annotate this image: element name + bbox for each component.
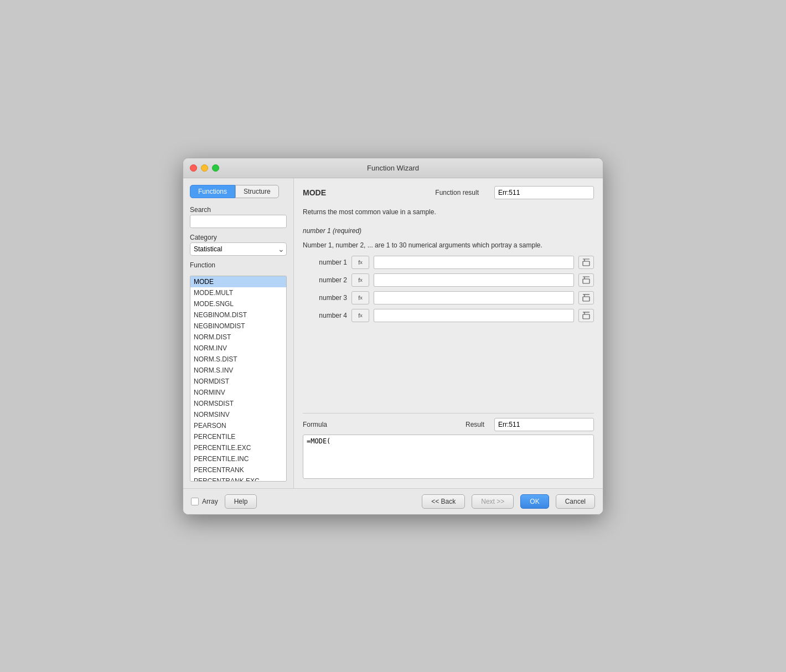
formula-top-row: Formula Result <box>303 418 594 431</box>
minimize-button[interactable] <box>201 164 208 172</box>
function-item[interactable]: NORM.INV <box>190 343 286 354</box>
function-list-container: MODE MODE.MULT MODE.SNGL NEGBINOM.DIST N… <box>190 276 287 482</box>
arg-row-3: number 3 fx <box>303 291 594 304</box>
arg-input-2[interactable] <box>374 273 574 287</box>
arg-row-2: number 2 fx <box>303 273 594 287</box>
search-section: Search <box>190 206 287 228</box>
formula-textarea[interactable]: =MODE( <box>303 435 594 479</box>
function-list-label: Function <box>190 261 287 269</box>
function-item[interactable]: NORMDIST <box>190 376 286 387</box>
tab-row: Functions Structure <box>190 185 287 198</box>
function-item[interactable]: MODE.SNGL <box>190 298 286 309</box>
close-button[interactable] <box>190 164 197 172</box>
shrink-button-2[interactable] <box>578 273 594 287</box>
dialog-body: Functions Structure Search Category Stat… <box>183 178 603 488</box>
bottom-bar: Array Help << Back Next >> OK Cancel <box>183 488 603 514</box>
shrink-button-1[interactable] <box>578 256 594 269</box>
function-item[interactable]: PEARSON <box>190 420 286 431</box>
category-select-wrapper: Statistical All Database Date&Time Finan… <box>190 242 287 256</box>
function-name: MODE <box>303 188 347 197</box>
function-list: MODE MODE.MULT MODE.SNGL NEGBINOM.DIST N… <box>190 276 286 481</box>
function-item[interactable]: NORMSDIST <box>190 398 286 409</box>
cancel-button[interactable]: Cancel <box>556 494 595 509</box>
shrink-button-3[interactable] <box>578 291 594 304</box>
left-panel: Functions Structure Search Category Stat… <box>183 178 294 488</box>
category-label: Category <box>190 234 287 241</box>
args-area: number 1 fx number 2 fx <box>303 256 594 407</box>
function-result-label: Function result <box>435 189 479 197</box>
ok-button[interactable]: OK <box>520 494 549 509</box>
result-label: Result <box>466 421 484 428</box>
function-description: Returns the most common value in a sampl… <box>303 205 594 219</box>
function-item[interactable]: PERCENTILE <box>190 431 286 442</box>
help-button[interactable]: Help <box>225 494 257 509</box>
function-item[interactable]: NORM.S.DIST <box>190 354 286 365</box>
function-item[interactable]: NORM.S.INV <box>190 365 286 376</box>
svg-rect-6 <box>583 297 590 301</box>
tab-structure[interactable]: Structure <box>235 185 279 198</box>
formula-section: Formula Result =MODE( <box>303 413 594 480</box>
function-result-input <box>494 186 594 199</box>
arg-input-4[interactable] <box>374 309 574 322</box>
arg-row-1: number 1 fx <box>303 256 594 269</box>
arg-label-1: number 1 <box>303 259 347 266</box>
function-item[interactable]: NORMINV <box>190 387 286 398</box>
tab-functions[interactable]: Functions <box>190 185 235 198</box>
next-button[interactable]: Next >> <box>472 494 514 509</box>
title-bar: Function Wizard <box>183 158 603 178</box>
arg-label-3: number 3 <box>303 294 347 302</box>
fx-button-3[interactable]: fx <box>351 291 369 304</box>
back-button[interactable]: << Back <box>422 494 465 509</box>
formula-label: Formula <box>303 421 336 428</box>
array-wrapper: Array <box>191 498 218 505</box>
shrink-button-4[interactable] <box>578 309 594 322</box>
array-checkbox[interactable] <box>191 498 199 505</box>
function-header-row: MODE Function result <box>303 186 594 199</box>
function-item[interactable]: PERCENTILE.EXC <box>190 442 286 453</box>
param-label: number 1 (required) <box>303 227 594 235</box>
category-select[interactable]: Statistical All Database Date&Time Finan… <box>190 242 287 256</box>
function-item[interactable]: PERCENTRANK <box>190 464 286 475</box>
maximize-button[interactable] <box>212 164 219 172</box>
arg-input-3[interactable] <box>374 291 574 304</box>
param-description: Number 1, number 2, ... are 1 to 30 nume… <box>303 240 594 250</box>
arg-label-2: number 2 <box>303 276 347 284</box>
function-item[interactable]: PERCENTILE.INC <box>190 453 286 464</box>
svg-rect-9 <box>583 314 590 319</box>
right-panel: MODE Function result Returns the most co… <box>294 178 603 488</box>
arg-row-4: number 4 fx <box>303 309 594 322</box>
function-item[interactable]: PERCENTRANK.EXC <box>190 475 286 481</box>
function-item[interactable]: NEGBINOMDIST <box>190 321 286 332</box>
function-wizard-dialog: Function Wizard Functions Structure Sear… <box>183 158 603 515</box>
search-input[interactable] <box>190 215 287 228</box>
fx-button-4[interactable]: fx <box>351 309 369 322</box>
category-section: Category Statistical All Database Date&T… <box>190 234 287 256</box>
function-item[interactable]: MODE <box>190 276 286 287</box>
function-item[interactable]: NORM.DIST <box>190 332 286 343</box>
svg-rect-3 <box>583 279 590 283</box>
traffic-lights <box>190 164 219 172</box>
arg-label-4: number 4 <box>303 312 347 319</box>
arg-input-1[interactable] <box>374 256 574 269</box>
fx-button-1[interactable]: fx <box>351 256 369 269</box>
svg-rect-0 <box>583 261 590 266</box>
fx-button-2[interactable]: fx <box>351 273 369 287</box>
array-label: Array <box>202 498 218 505</box>
formula-result-input <box>494 418 594 431</box>
dialog-title: Function Wizard <box>367 164 419 172</box>
function-item[interactable]: MODE.MULT <box>190 287 286 298</box>
function-item[interactable]: NORMSINV <box>190 409 286 420</box>
function-item[interactable]: NEGBINOM.DIST <box>190 309 286 321</box>
search-label: Search <box>190 206 287 214</box>
